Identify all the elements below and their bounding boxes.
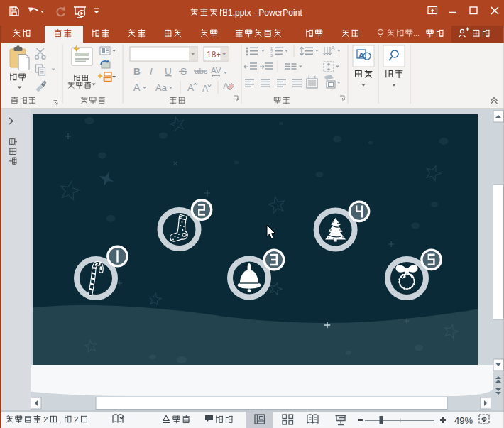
svg-text:2: 2 — [43, 415, 48, 424]
svg-text:18+: 18+ — [207, 50, 221, 60]
svg-text:A: A — [133, 82, 141, 93]
svg-text:I: I — [150, 66, 153, 77]
svg-text:Aa: Aa — [155, 82, 168, 93]
svg-text:A: A — [187, 82, 194, 93]
svg-text:AV: AV — [211, 66, 221, 75]
svg-text:,: , — [59, 415, 61, 424]
svg-text:B: B — [133, 66, 141, 77]
svg-text:49%: 49% — [454, 415, 473, 426]
svg-text:U: U — [165, 66, 172, 77]
svg-text:2: 2 — [74, 415, 78, 424]
svg-text:1.pptx - PowerPoint: 1.pptx - PowerPoint — [228, 8, 302, 18]
svg-text:3: 3 — [270, 53, 273, 57]
svg-text:A: A — [358, 51, 364, 60]
svg-text:...: ... — [413, 29, 420, 38]
svg-text:A: A — [202, 84, 208, 94]
svg-text:A: A — [331, 45, 335, 52]
